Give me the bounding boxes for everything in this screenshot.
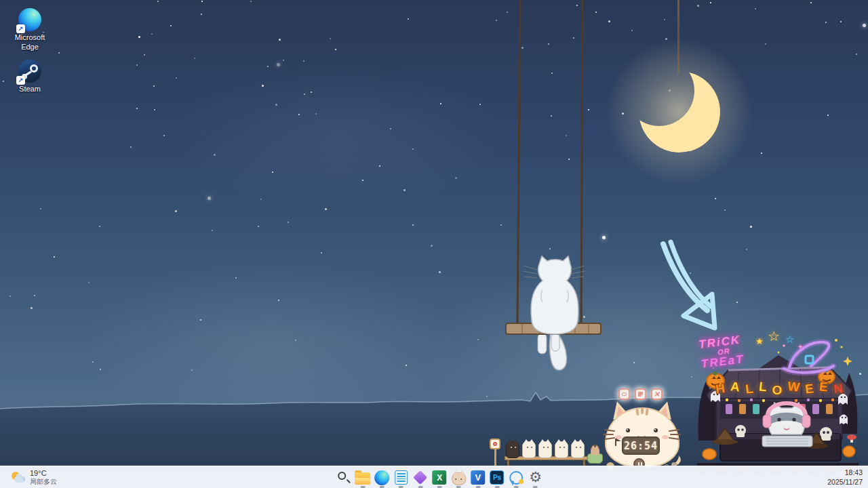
- gem-app-icon: [412, 470, 428, 485]
- halloween-banner: HALLOWEEN: [715, 381, 843, 396]
- halloween-letter: E: [818, 379, 829, 394]
- halloween-letter: A: [730, 379, 741, 394]
- excel-icon: X: [432, 470, 448, 485]
- taskbar-icon-search[interactable]: [334, 466, 353, 488]
- doodle-arrow: [643, 239, 731, 333]
- edge-logo-icon: ↗: [18, 8, 41, 31]
- taskbar-icon-edge[interactable]: [372, 466, 391, 488]
- start-icon: [317, 470, 332, 485]
- halloween-letter: E: [804, 381, 814, 396]
- desktop-icon-label: Microsoft Edge: [9, 33, 51, 52]
- search-icon: [336, 470, 351, 485]
- bench-cat: [538, 441, 552, 458]
- halloween-letter: N: [833, 381, 844, 397]
- weather-partly-cloudy-icon: [11, 471, 26, 485]
- taskbar-icon-start[interactable]: [315, 466, 334, 488]
- bench-cat: [571, 441, 585, 458]
- timer-time: 26:54: [624, 440, 658, 452]
- settings-icon: ⚙: [528, 470, 543, 485]
- basket-cat: [591, 447, 599, 455]
- taskbar-center-icons: X V Ps ⚙: [315, 466, 545, 488]
- taskbar-icon-gem-app[interactable]: [411, 466, 430, 488]
- file-explorer-icon: [355, 470, 370, 485]
- halloween-letter: L: [745, 381, 754, 396]
- close-button[interactable]: ✕: [651, 388, 663, 400]
- weather-condition: 局部多云: [30, 478, 57, 486]
- cat-eye: [654, 428, 658, 432]
- desktop-icon-edge[interactable]: ↗ Microsoft Edge: [4, 8, 56, 52]
- flag-icon: [615, 439, 616, 446]
- desktop-icon-label: Steam: [4, 85, 56, 94]
- halloween-letter: L: [758, 379, 768, 394]
- bench-cat: [522, 441, 536, 458]
- halloween-letter: W: [787, 379, 800, 395]
- taskbar-icon-photoshop[interactable]: Ps: [488, 466, 507, 488]
- taskbar-icon-settings[interactable]: ⚙: [526, 466, 545, 488]
- taskbar-date: 2025/11/27: [827, 478, 863, 487]
- cat-app-icon: [451, 470, 467, 485]
- halloween-widget[interactable]: TRiCK OR TREaT ★ ☆ ☆ ✦ HALLOWEEN: [697, 332, 860, 478]
- steam-logo-icon: ↗: [18, 60, 41, 83]
- message-button[interactable]: [618, 388, 630, 400]
- cat-eye: [626, 428, 630, 432]
- taskbar-time: 18:43: [827, 468, 863, 478]
- cat-on-swing-illustration: [475, 0, 610, 380]
- taskbar-clock[interactable]: 18:43 2025/11/27: [827, 468, 863, 487]
- timer-cat-body: 26:54: [604, 401, 682, 468]
- moon-illustration: [604, 20, 753, 197]
- halloween-letter: H: [715, 381, 726, 397]
- notes-icon: [393, 470, 409, 485]
- shortcut-arrow-icon: ↗: [16, 76, 25, 85]
- halloween-letter: O: [772, 383, 782, 398]
- photoshop-icon: Ps: [490, 470, 505, 485]
- taskbar: 19°C 局部多云 X: [0, 466, 868, 488]
- weather-temperature: 19°C: [30, 469, 57, 478]
- taskbar-icon-cat-app[interactable]: [449, 466, 468, 488]
- chat-app-icon: [509, 470, 524, 485]
- visio-icon: V: [470, 470, 486, 485]
- cat-bench-widget[interactable]: [488, 437, 604, 468]
- timer-widget-controls: ✕: [618, 388, 663, 400]
- layout-button[interactable]: [635, 388, 646, 400]
- bench-cat: [506, 441, 519, 458]
- taskbar-weather-button[interactable]: 19°C 局部多云: [7, 468, 61, 487]
- taskbar-icon-chat-app[interactable]: [507, 466, 526, 488]
- shortcut-arrow-icon: ↗: [16, 24, 25, 33]
- taskbar-icon-visio[interactable]: V: [469, 466, 488, 488]
- bench-cat: [555, 441, 568, 458]
- taskbar-icon-notes[interactable]: [391, 466, 410, 488]
- pomodoro-timer-widget[interactable]: ✕ 26:54: [604, 385, 682, 468]
- cloud-patch: [170, 61, 509, 210]
- timer-display: 26:54: [622, 436, 660, 455]
- neon-sign-text: TRiCK OR TREaT: [698, 333, 745, 371]
- basket: [587, 453, 603, 464]
- taskbar-icon-file-explorer[interactable]: [353, 466, 372, 488]
- taskbar-icon-excel[interactable]: X: [430, 466, 449, 488]
- bus-stop-sign-icon: [490, 439, 500, 449]
- desktop-icon-steam[interactable]: ↗ Steam: [4, 60, 56, 94]
- edge-icon: [374, 470, 390, 485]
- desktop: ↗ Microsoft Edge ↗ Steam: [0, 0, 868, 488]
